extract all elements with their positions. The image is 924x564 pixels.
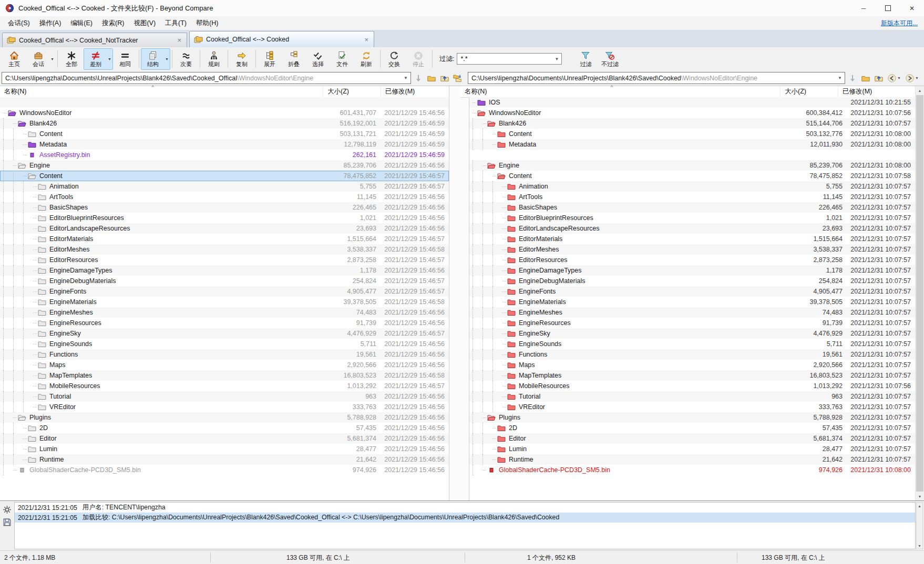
sync-down-icon[interactable] xyxy=(846,72,858,84)
tree-row[interactable]: WindowsNoEditor601,431,7072021/12/29 15:… xyxy=(0,108,449,118)
tree-row[interactable]: EngineDamageTypes1,1782021/12/31 10:07:5… xyxy=(469,265,915,276)
tree-row[interactable]: EngineDebugMaterials254,8242021/12/31 10… xyxy=(469,276,915,286)
menu-item[interactable]: 操作(A) xyxy=(35,17,66,30)
folder-browse-icon[interactable] xyxy=(859,72,871,84)
toolbar-button-rules[interactable]: 规则 xyxy=(202,48,226,70)
tree-row[interactable]: Editor5,681,3742021/12/29 15:46:56 xyxy=(0,433,449,444)
column-header-modified[interactable]: 已修改(M) xyxy=(381,86,449,97)
tree-row[interactable]: EditorMaterials1,515,6642021/12/31 10:07… xyxy=(469,234,915,244)
tree-row[interactable]: AssetRegistry.bin262,1612021/12/29 15:46… xyxy=(0,150,449,160)
menu-item[interactable]: 会话(S) xyxy=(3,17,35,30)
toolbar-button-structure[interactable]: 结构▼ xyxy=(141,48,170,70)
scroll-up-icon[interactable]: ▲ xyxy=(916,86,924,95)
chevron-down-icon[interactable]: ▼ xyxy=(897,76,901,80)
log-line[interactable]: 2021/12/31 15:21:05加载比较: C:\Users\lipeng… xyxy=(15,513,915,523)
tree-row[interactable]: Tutorial9632021/12/29 15:46:56 xyxy=(0,391,449,402)
nav-forward-icon[interactable]: ▼ xyxy=(904,72,920,84)
toolbar-button-funnel-off[interactable]: 不过滤 xyxy=(598,48,622,70)
chevron-down-icon[interactable]: ▼ xyxy=(50,57,54,61)
filter-input[interactable] xyxy=(457,55,551,63)
tree-row[interactable]: EditorMeshes3,538,3372021/12/29 15:46:58 xyxy=(0,244,449,255)
menu-item[interactable]: 帮助(H) xyxy=(191,17,223,30)
tree-row[interactable]: 2D57,4352021/12/31 10:07:57 xyxy=(469,423,915,433)
folder-up-icon[interactable] xyxy=(872,72,885,84)
tree-row[interactable]: Animation5,7552021/12/31 10:07:57 xyxy=(469,181,915,192)
toolbar-button-select[interactable]: 选择 xyxy=(306,48,330,70)
column-header-name[interactable]: 名称(N)^ xyxy=(0,86,323,97)
tree-row[interactable]: EngineSky4,476,9292021/12/31 10:07:57 xyxy=(469,328,915,339)
tree-row[interactable]: EditorBlueprintResources1,0212021/12/31 … xyxy=(469,213,915,223)
tree-row[interactable]: EditorBlueprintResources1,0212021/12/29 … xyxy=(0,213,449,223)
tree-row[interactable]: EngineFonts4,905,4772021/12/29 15:46:57 xyxy=(0,286,449,297)
tree-row[interactable]: EngineFonts4,905,4772021/12/31 10:07:57 xyxy=(469,286,915,297)
tree-row[interactable]: GlobalShaderCache-PCD3D_SM5.bin974,92620… xyxy=(0,465,449,475)
toolbar-button-refresh[interactable]: 刷新 xyxy=(354,48,378,70)
toolbar-button-funnel[interactable]: 过滤 xyxy=(573,48,598,70)
folder-browse-icon[interactable] xyxy=(425,72,437,84)
update-available-link[interactable]: 新版本可用... xyxy=(881,19,918,28)
nav-back-icon[interactable]: ▼ xyxy=(886,72,902,84)
menu-item[interactable]: 工具(T) xyxy=(160,17,191,30)
column-header-name[interactable]: 名称(N)^ xyxy=(460,86,780,97)
toolbar-button-not-equal[interactable]: 差别▼ xyxy=(84,48,113,70)
column-header-size[interactable]: 大小(Z) xyxy=(323,86,381,97)
chevron-down-icon[interactable]: ▼ xyxy=(838,76,842,80)
tree-row[interactable]: Lumin28,4772021/12/31 10:07:57 xyxy=(469,444,915,454)
toolbar-button-briefcase[interactable]: 会话▼ xyxy=(26,48,56,70)
tree-row[interactable]: EngineResources91,7392021/12/29 15:46:56 xyxy=(0,318,449,328)
tree-row[interactable]: EngineDamageTypes1,1782021/12/29 15:46:5… xyxy=(0,265,449,276)
tree-row[interactable]: Content78,475,8522021/12/29 15:46:57 xyxy=(0,171,449,181)
tree-row[interactable]: BasicShapes226,4652021/12/31 10:07:57 xyxy=(469,202,915,213)
toolbar-button-equal[interactable]: 相同 xyxy=(113,48,137,70)
tree-row[interactable]: EditorMaterials1,515,6642021/12/29 15:46… xyxy=(0,234,449,244)
tree-row[interactable]: MapTemplates16,803,5232021/12/29 15:46:5… xyxy=(0,370,449,381)
toolbar-button-swap[interactable]: 交换 xyxy=(382,48,406,70)
tree-row[interactable]: EngineSky4,476,9292021/12/29 15:46:57 xyxy=(0,328,449,339)
toolbar-button-asterisk[interactable]: 全部 xyxy=(59,48,84,70)
toolbar-button-home[interactable]: 主页 xyxy=(2,48,26,70)
chevron-down-icon[interactable]: ▼ xyxy=(108,57,111,61)
tree-row[interactable]: Plugins5,788,9282021/12/31 10:07:57 xyxy=(469,412,915,423)
tree-row[interactable]: Editor5,681,3742021/12/31 10:07:57 xyxy=(469,433,915,444)
log-line[interactable]: 2021/12/31 15:21:05用户名: TENCENT\lipengzh… xyxy=(15,503,915,513)
menu-item[interactable]: 视图(V) xyxy=(129,17,160,30)
tree-row[interactable]: Lumin28,4772021/12/29 15:46:56 xyxy=(0,444,449,454)
toolbar-button-collapse[interactable]: 折叠 xyxy=(282,48,306,70)
pane-splitter[interactable] xyxy=(449,86,469,500)
tree-row[interactable]: VREditor333,7632021/12/29 15:46:56 xyxy=(0,402,449,412)
left-path-combobox[interactable]: C:\Users\lipengzha\Documents\UnrealProje… xyxy=(2,72,411,84)
tree-row[interactable]: Metadata12,798,1192021/12/29 15:46:59 xyxy=(0,139,449,150)
tree-row[interactable]: Tutorial9632021/12/31 10:07:57 xyxy=(469,391,915,402)
folders-transfer-icon[interactable] xyxy=(451,72,464,84)
tree-row[interactable]: EngineMeshes74,4832021/12/29 15:46:56 xyxy=(0,307,449,318)
tree-row[interactable]: Content503,132,7762021/12/31 10:08:00 xyxy=(469,129,915,139)
toolbar-button-file-check[interactable]: 文件 xyxy=(330,48,354,70)
right-path-combobox[interactable]: C:\Users\lipengzha\Documents\UnrealProje… xyxy=(468,72,845,84)
tree-row[interactable]: Blank426516,192,0012021/12/29 15:46:59 xyxy=(0,118,449,129)
tree-row[interactable]: Engine85,239,7062021/12/29 15:46:56 xyxy=(0,160,449,171)
save-log-icon[interactable] xyxy=(3,518,12,527)
tree-row[interactable]: Functions19,5612021/12/31 10:07:57 xyxy=(469,349,915,360)
scrollbar-thumb[interactable] xyxy=(916,95,923,492)
tab-close-icon[interactable]: × xyxy=(363,36,369,44)
tree-row[interactable]: EngineMeshes74,4832021/12/31 10:07:57 xyxy=(469,307,915,318)
tree-row[interactable]: EngineResources91,7392021/12/31 10:07:57 xyxy=(469,318,915,328)
tree-row[interactable]: EngineMaterials39,378,5052021/12/31 10:0… xyxy=(469,297,915,307)
log-scrollbar[interactable]: ▲ ▼ xyxy=(916,502,923,549)
gear-icon[interactable] xyxy=(3,505,12,514)
tree-row[interactable]: Plugins5,788,9282021/12/29 15:46:56 xyxy=(0,412,449,423)
chevron-down-icon[interactable]: ▼ xyxy=(404,76,408,80)
tree-row[interactable]: ArtTools11,1452021/12/29 15:46:56 xyxy=(0,192,449,202)
menu-item[interactable]: 编辑(E) xyxy=(66,17,97,30)
chevron-down-icon[interactable]: ▼ xyxy=(915,76,919,80)
scroll-down-icon[interactable]: ▼ xyxy=(917,542,922,549)
tree-row[interactable]: EditorLandscapeResources23,6932021/12/31… xyxy=(469,223,915,234)
tree-row[interactable]: Content78,475,8522021/12/31 10:07:58 xyxy=(469,171,915,181)
column-header-modified[interactable]: 已修改(M) xyxy=(838,86,906,97)
tree-row[interactable]: Maps2,920,5662021/12/31 10:07:57 xyxy=(469,360,915,370)
tree-row[interactable]: Metadata12,011,9302021/12/31 10:08:00 xyxy=(469,139,915,150)
column-header-size[interactable]: 大小(Z) xyxy=(780,86,838,97)
tree-row[interactable]: EngineMaterials39,378,5052021/12/29 15:4… xyxy=(0,297,449,307)
tree-row[interactable]: MobileResources1,013,2922021/12/31 10:07… xyxy=(469,381,915,391)
tree-row[interactable]: Blank426515,144,7062021/12/31 10:07:57 xyxy=(469,118,915,129)
